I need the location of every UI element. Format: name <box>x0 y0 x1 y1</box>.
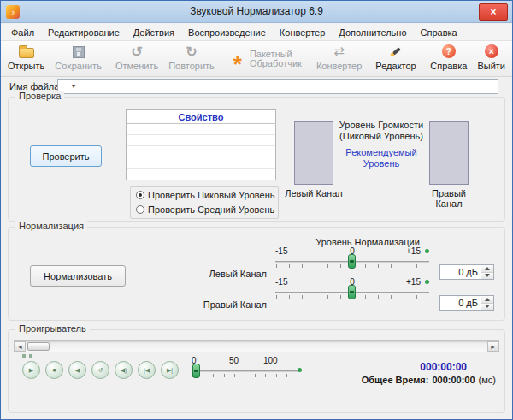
toolbar-converter-button[interactable]: ⇄ Конвертер <box>311 42 367 75</box>
spin-down-button[interactable] <box>481 273 493 280</box>
volume-slider[interactable]: 0 50 100 <box>192 356 298 385</box>
menu-help[interactable]: Справка <box>414 25 464 40</box>
redo-icon: ↻ <box>182 44 201 59</box>
toolbar-open-button[interactable]: Открыть <box>3 42 50 75</box>
open-folder-icon <box>19 48 34 58</box>
volume-track[interactable] <box>192 370 298 372</box>
property-table: Свойство <box>126 109 276 180</box>
undo-icon: ↺ <box>127 44 146 59</box>
radio-check-peak-level[interactable]: Проверить Пиковый Уровень <box>136 190 275 200</box>
check-group-title: Проверка <box>15 91 64 101</box>
total-time-unit: (мс) <box>479 375 496 385</box>
right-normalization-slider[interactable]: -15 0 +15 <box>275 277 429 306</box>
spin-down-button[interactable] <box>481 304 493 311</box>
volume-mid-label: 50 <box>229 356 239 365</box>
toolbar-batch-processor-button[interactable]: * Пакетный Обработчик <box>223 42 311 75</box>
left-level-spinbox[interactable]: 0 дБ <box>439 264 494 280</box>
player-group: Проигрыватель ◄ ► ▶ ■ ◀ ↺ ◀) |◀ ▶| 0 50 … <box>8 329 505 413</box>
radio-check-average-level[interactable]: Проверить Средний Уровень <box>136 204 274 215</box>
menu-actions[interactable]: Действия <box>127 25 181 40</box>
table-row <box>127 124 275 135</box>
stop-button[interactable]: ■ <box>45 361 63 379</box>
toolbar-undo-button[interactable]: ↺ Отменить <box>110 42 163 75</box>
current-time-display: 000:00:00 <box>420 361 467 373</box>
menu-bar: Файл Редактирование Действия Воспроизвед… <box>1 24 512 41</box>
recommended-level-link[interactable]: Рекомендуемый Уровень <box>332 147 431 169</box>
table-row <box>127 169 275 180</box>
toolbar-batch-processor-label: Пакетный Обработчик <box>250 50 306 68</box>
toolbar-redo-label: Повторить <box>168 61 215 71</box>
table-row <box>127 135 275 146</box>
app-window: ♪ Звуковой Нормализатор 6.9 × Файл Редак… <box>0 0 513 420</box>
spin-up-button[interactable] <box>481 296 493 304</box>
left-level-value: 0 дБ <box>440 265 481 279</box>
spin-buttons <box>481 265 493 279</box>
total-time-value: 000:00:00 <box>432 375 475 385</box>
menu-edit[interactable]: Редактирование <box>41 25 127 40</box>
toolbar-save-button[interactable]: Сохранить <box>50 42 107 75</box>
total-time-label: Общее Время: <box>362 375 429 385</box>
previous-button[interactable]: |◀ <box>138 361 156 379</box>
next-button[interactable]: ▶| <box>161 361 179 379</box>
scale-min-label: -15 <box>275 277 287 287</box>
max-marker-dot <box>425 280 429 284</box>
volume-handle[interactable] <box>192 364 200 378</box>
volume-max-label: 100 <box>263 356 278 365</box>
toolbar-exit-button[interactable]: × Выйти <box>472 42 510 75</box>
toolbar-open-label: Открыть <box>8 61 44 71</box>
menu-file[interactable]: Файл <box>4 25 41 40</box>
toolbar-redo-button[interactable]: ↻ Повторить <box>163 42 220 75</box>
max-marker-dot <box>425 249 429 253</box>
right-channel-caption: Правый Канал <box>417 188 481 209</box>
toolbar: Открыть Сохранить ↺ Отменить ↻ Повторить… <box>1 41 512 77</box>
volume-max-dot <box>298 368 302 372</box>
player-group-title: Проигрыватель <box>15 323 90 334</box>
scale-max-label: +15 <box>406 277 421 287</box>
right-level-value: 0 дБ <box>440 296 481 310</box>
toolbar-undo-label: Отменить <box>115 61 158 71</box>
right-level-spinbox[interactable]: 0 дБ <box>439 295 494 311</box>
toolbar-editor-button[interactable]: Редактор <box>370 42 421 75</box>
seek-forward-arrow[interactable]: ► <box>487 341 498 352</box>
check-button[interactable]: Проверить <box>30 145 102 167</box>
radio-dot-icon <box>136 191 144 199</box>
exit-icon: × <box>485 44 498 58</box>
radio-dot-icon <box>136 205 144 214</box>
normalization-group-title: Нормализация <box>15 221 87 231</box>
slider-handle[interactable] <box>348 254 356 269</box>
table-row <box>127 146 275 157</box>
player-buttons: ▶ ■ ◀ ↺ ◀) |◀ ▶| <box>22 361 179 379</box>
right-channel-meter <box>429 121 469 185</box>
slider-handle[interactable] <box>348 285 356 299</box>
toolbar-help-button[interactable]: ? Справка <box>425 42 472 75</box>
file-name-combobox[interactable]: ▾ <box>57 79 498 94</box>
seek-bar[interactable]: ◄ ► <box>14 340 499 352</box>
normalization-group: Нормализация Нормализовать Уровень Норма… <box>8 227 505 321</box>
save-floppy-icon <box>73 46 85 58</box>
play-button[interactable]: ▶ <box>22 361 40 379</box>
property-table-header: Свойство <box>127 110 275 124</box>
scale-max-label: +15 <box>406 246 421 256</box>
title-bar[interactable]: ♪ Звуковой Нормализатор 6.9 × <box>1 1 512 23</box>
menu-playback[interactable]: Воспроизведение <box>181 25 273 40</box>
seek-back-arrow[interactable]: ◄ <box>15 341 26 352</box>
repeat-button[interactable]: ↺ <box>91 361 109 379</box>
volume-ticks <box>192 374 297 377</box>
seek-handle[interactable] <box>27 342 50 351</box>
converter-icon: ⇄ <box>330 44 349 59</box>
toolbar-help-label: Справка <box>430 61 467 71</box>
volume-button[interactable]: ◀) <box>115 361 133 379</box>
normalize-button[interactable]: Нормализовать <box>30 265 126 287</box>
chevron-down-icon[interactable]: ▾ <box>72 82 75 90</box>
pencil-icon <box>388 44 404 58</box>
menu-converter[interactable]: Конвертер <box>273 25 332 40</box>
radio-average-label: Проверить Средний Уровень <box>148 204 274 215</box>
menu-extra[interactable]: Дополнительно <box>332 25 413 40</box>
total-time: Общее Время: 000:00:00 (мс) <box>362 375 496 385</box>
spin-up-button[interactable] <box>481 265 493 273</box>
close-button[interactable]: × <box>479 3 508 21</box>
radio-peak-label: Проверить Пиковый Уровень <box>148 190 275 200</box>
toolbar-converter-label: Конвертер <box>316 61 362 71</box>
rewind-button[interactable]: ◀ <box>68 361 86 379</box>
left-normalization-slider[interactable]: -15 0 +15 <box>275 246 429 275</box>
